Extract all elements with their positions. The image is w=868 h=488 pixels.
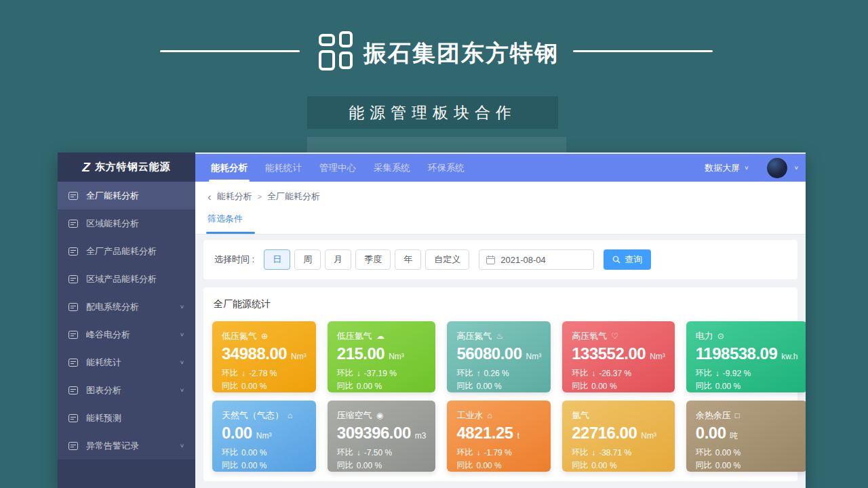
trend-down-icon: ↓	[357, 448, 361, 458]
nitrogen-icon: ♨	[496, 331, 503, 341]
filter-panel: 选择时间 : 日 周 月 季度 年 自定义 2021-08-04 查询	[203, 240, 797, 279]
sidebar-item-region-energy-analysis[interactable]: 区域能耗分析	[58, 209, 195, 237]
mom-label: 环比	[696, 447, 712, 458]
date-picker-input[interactable]: 2021-08-04	[479, 249, 594, 270]
nav-item-energy-statistics[interactable]: 能耗统计	[256, 154, 311, 182]
mom-value: -2.78 %	[249, 369, 277, 378]
mom-label: 环比	[572, 367, 588, 379]
chevron-down-icon: ∨	[180, 304, 184, 310]
card-value: 22716.00	[572, 424, 637, 443]
card-electricity: 电力⊙ 1198538.09kw.h 环比↓-9.92 % 同比0.00 %	[686, 321, 806, 392]
search-icon	[612, 256, 620, 264]
card-unit: kw.h	[781, 352, 797, 361]
yoy-value: 0.00 %	[357, 382, 382, 391]
sidebar-item-chart-analysis[interactable]: 图表分析 ∨	[58, 376, 195, 404]
sidebar-item-region-product-energy[interactable]: 区域产品能耗分析	[58, 265, 195, 293]
menu-icon	[68, 414, 78, 422]
card-natural-gas: 天然气（气态）⌂ 0.00Nm³ 环比0.00 % 同比0.00 %	[212, 401, 316, 472]
brand-z-icon: Z	[82, 160, 90, 175]
nav-item-collection-system[interactable]: 采集系统	[365, 154, 419, 182]
nav-item-environment-system[interactable]: 环保系统	[419, 154, 473, 182]
time-option-year[interactable]: 年	[395, 249, 421, 270]
content-area: 选择时间 : 日 周 月 季度 年 自定义 2021-08-04 查询 全厂能源…	[195, 235, 806, 488]
sidebar-item-peak-valley-power[interactable]: 峰谷电分析 ∨	[58, 321, 195, 348]
card-title: 低压氮气	[222, 330, 257, 342]
sidebar-item-plant-energy-analysis[interactable]: 全厂能耗分析	[58, 182, 195, 209]
water-icon: ⌂	[487, 411, 492, 420]
card-value: 0.00	[696, 424, 726, 443]
card-low-pressure-nitrogen: 低压氮气⊕ 34988.00Nm³ 环比↓-2.78 % 同比0.00 %	[212, 321, 316, 392]
brand-name: 东方特钢云能源	[95, 161, 171, 174]
dashboard-screenshot: Z 东方特钢云能源 全厂能耗分析 区域能耗分析 全厂产品能耗分析 区域产品能耗分…	[58, 152, 806, 488]
section-banner: 能源管理板块合作	[307, 96, 558, 129]
calendar-icon	[486, 256, 495, 264]
sidebar-item-energy-statistics[interactable]: 能耗统计 ∨	[58, 348, 195, 376]
yoy-label: 同比	[337, 460, 353, 471]
tab-filter-conditions[interactable]: 筛选条件	[208, 211, 243, 234]
yoy-label: 同比	[456, 460, 473, 471]
card-unit: Nm³	[389, 352, 404, 361]
time-option-month[interactable]: 月	[325, 249, 351, 270]
card-high-pressure-nitrogen: 高压氮气♨ 56080.00Nm³ 环比↑0.26 % 同比0.00 %	[447, 321, 551, 392]
sidebar-item-energy-forecast[interactable]: 能耗预测	[58, 404, 195, 432]
yoy-label: 同比	[572, 380, 588, 392]
data-screen-link[interactable]: 数据大屏 ∨	[705, 162, 749, 174]
data-screen-label: 数据大屏	[705, 162, 740, 174]
sidebar-item-label: 能耗预测	[86, 412, 184, 424]
time-option-week[interactable]: 周	[294, 249, 321, 270]
card-waste-heat-pressure: 余热余压□ 0.00吨 环比0.00 % 同比0.00 %	[686, 401, 806, 472]
energy-card-grid: 低压氮气⊕ 34988.00Nm³ 环比↓-2.78 % 同比0.00 % 低压…	[212, 321, 789, 472]
mom-value: -38.71 %	[599, 448, 631, 458]
mom-value: -37.19 %	[364, 369, 397, 378]
sidebar-item-label: 区域能耗分析	[86, 218, 184, 230]
card-title: 天然气（气态）	[222, 409, 283, 422]
sidebar-item-plant-product-energy[interactable]: 全厂产品能耗分析	[58, 237, 195, 265]
energy-stats-panel: 全厂能源统计 低压氮气⊕ 34988.00Nm³ 环比↓-2.78 % 同比0.…	[203, 287, 797, 481]
card-argon: 氩气 22716.00Nm³ 环比↓-38.71 % 同比0.00 %	[562, 401, 675, 472]
sidebar-item-label: 异常告警记录	[86, 440, 180, 452]
chevron-down-icon: ∨	[180, 443, 184, 449]
card-title: 氩气	[572, 409, 589, 422]
breadcrumb-parent[interactable]: 能耗分析	[217, 190, 252, 203]
time-option-quarter[interactable]: 季度	[355, 249, 391, 270]
mom-value: -7.50 %	[364, 448, 392, 458]
banner-shadow-band	[307, 137, 566, 153]
natural-gas-icon: ⌂	[288, 411, 292, 420]
yoy-value: 0.00 %	[476, 382, 501, 391]
card-low-pressure-argon: 低压氩气☁ 215.00Nm³ 环比↓-37.19 % 同比0.00 %	[328, 321, 436, 392]
electricity-icon: ⊙	[717, 331, 724, 341]
card-unit: Nm³	[650, 352, 665, 361]
back-arrow-icon[interactable]: ‹	[208, 191, 212, 203]
sidebar-item-label: 峰谷电分析	[86, 329, 180, 341]
mom-label: 环比	[456, 367, 473, 379]
mom-value: -1.79 %	[484, 448, 511, 458]
user-avatar[interactable]	[767, 158, 787, 178]
query-button[interactable]: 查询	[604, 249, 651, 270]
time-option-custom[interactable]: 自定义	[425, 249, 469, 270]
sidebar-menu: 全厂能耗分析 区域能耗分析 全厂产品能耗分析 区域产品能耗分析 配电系统分析 ∨	[58, 182, 195, 460]
yoy-label: 同比	[572, 460, 588, 471]
nav-item-management-center[interactable]: 管理中心	[311, 154, 365, 182]
card-unit: 吨	[730, 430, 738, 442]
card-unit: Nm³	[256, 431, 272, 441]
yoy-value: 0.00 %	[591, 461, 616, 470]
mom-value: 0.00 %	[241, 448, 267, 458]
sidebar-item-alarm-records[interactable]: 异常告警记录 ∨	[58, 432, 195, 460]
chevron-down-icon[interactable]: ∨	[794, 165, 799, 171]
breadcrumb: ‹ 能耗分析 > 全厂能耗分析	[195, 182, 806, 211]
breadcrumb-separator-icon: >	[258, 192, 262, 201]
card-value: 56080.00	[456, 344, 521, 363]
chevron-down-icon: ∨	[744, 165, 749, 171]
sidebar-item-power-distribution[interactable]: 配电系统分析 ∨	[58, 293, 195, 321]
time-option-day[interactable]: 日	[264, 249, 290, 270]
mom-label: 环比	[572, 447, 588, 458]
waste-heat-icon: □	[735, 411, 740, 420]
card-title: 低压氩气	[337, 330, 372, 342]
nav-item-energy-analysis[interactable]: 能耗分析	[202, 154, 256, 182]
trend-down-icon: ↓	[357, 369, 361, 378]
oxygen-icon: ♡	[611, 331, 618, 341]
card-value: 0.00	[222, 424, 252, 443]
menu-icon	[68, 442, 78, 450]
sidebar: Z 东方特钢云能源 全厂能耗分析 区域能耗分析 全厂产品能耗分析 区域产品能耗分…	[58, 152, 195, 488]
menu-icon	[68, 275, 78, 283]
